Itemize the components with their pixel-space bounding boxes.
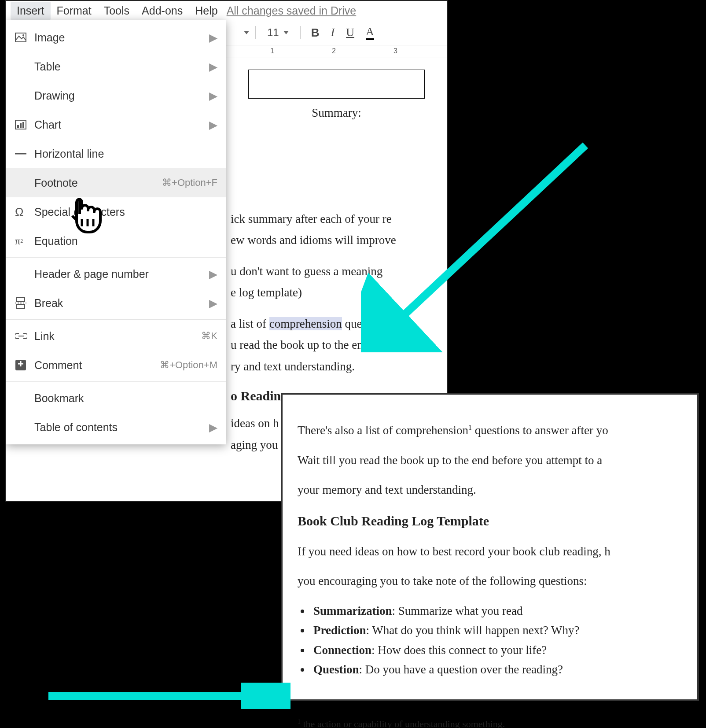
paragraph: If you need ideas on how to best record … (298, 543, 682, 561)
menu-separator (6, 381, 226, 382)
svg-rect-7 (17, 298, 25, 302)
svg-rect-4 (20, 123, 22, 128)
submenu-arrow-icon: ▶ (209, 89, 217, 102)
font-size-value: 11 (267, 26, 279, 39)
list-item: Summarization: Summarize what you read (311, 602, 682, 620)
paragraph: There's also a list of comprehension1 qu… (298, 421, 682, 440)
comment-icon (15, 359, 34, 371)
heading: Book Club Reading Log Template (298, 511, 682, 531)
menu-item-chart[interactable]: Chart▶ (6, 110, 226, 139)
menu-item-table-of-contents[interactable]: Table of contents▶ (6, 413, 226, 442)
menu-item-header-page-number[interactable]: Header & page number▶ (6, 259, 226, 288)
page-break-icon (15, 297, 34, 309)
paragraph: Wait till you read the book up to the en… (298, 451, 682, 469)
omega-icon: Ω (15, 205, 34, 219)
chart-icon (15, 120, 34, 129)
menu-separator (6, 257, 226, 258)
menu-bar: Insert Format Tools Add-ons Help All cha… (6, 1, 447, 20)
menu-tools[interactable]: Tools (98, 2, 136, 20)
ruler-mark: 1 (270, 47, 274, 55)
shortcut-label: ⌘K (201, 330, 217, 342)
horizontal-line-icon (15, 152, 34, 155)
svg-rect-8 (17, 304, 25, 308)
menu-item-break[interactable]: Break▶ (6, 288, 226, 318)
footnote-text: 1 the action or capability of understand… (298, 717, 682, 728)
list-item: Question: Do you have a question over th… (311, 661, 682, 679)
insert-dropdown: Image ▶ Table▶ Drawing▶ Chart▶ Horizonta… (6, 20, 226, 444)
menu-format[interactable]: Format (51, 2, 98, 20)
menu-item-bookmark[interactable]: Bookmark (6, 384, 226, 413)
menu-help[interactable]: Help (189, 2, 224, 20)
shortcut-label: ⌘+Option+M (160, 359, 217, 371)
submenu-arrow-icon: ▶ (209, 297, 217, 310)
font-size-control[interactable]: 11 (267, 26, 289, 39)
menu-addons[interactable]: Add-ons (136, 2, 189, 20)
menu-item-footnote[interactable]: Footnote ⌘+Option+F (6, 168, 226, 197)
list-item: Prediction: What do you think will happe… (311, 621, 682, 639)
submenu-arrow-icon: ▶ (209, 268, 217, 281)
annotation-arrow (44, 683, 290, 709)
menu-item-drawing[interactable]: Drawing▶ (6, 81, 226, 110)
text-color-button[interactable]: A (366, 25, 374, 40)
submenu-arrow-icon: ▶ (209, 421, 217, 434)
image-icon (15, 33, 34, 42)
svg-rect-5 (22, 122, 24, 128)
submenu-arrow-icon: ▶ (209, 31, 217, 44)
link-icon (15, 333, 34, 340)
footnote-separator (298, 714, 474, 715)
menu-separator (6, 319, 226, 320)
menu-item-special-characters[interactable]: Ω Special characters (6, 197, 226, 226)
ruler-mark: 3 (393, 47, 397, 55)
menu-item-equation[interactable]: π2 Equation (6, 226, 226, 255)
list-item: Connection: How does this connect to you… (311, 641, 682, 659)
menu-item-image[interactable]: Image ▶ (6, 23, 226, 52)
ruler-mark: 2 (332, 47, 336, 55)
bullet-list: Summarization: Summarize what you read P… (311, 602, 682, 679)
footnote-ref[interactable]: 1 (468, 424, 472, 431)
menu-item-comment[interactable]: Comment ⌘+Option+M (6, 351, 226, 380)
menu-insert[interactable]: Insert (11, 2, 51, 20)
svg-rect-3 (17, 125, 19, 128)
table-cell[interactable] (248, 70, 425, 99)
highlighted-word[interactable]: comprehension (269, 317, 342, 330)
save-status: All changes saved in Drive (227, 4, 357, 17)
submenu-arrow-icon: ▶ (209, 118, 217, 131)
italic-button[interactable]: I (331, 26, 335, 39)
dropdown-caret-icon[interactable] (244, 31, 249, 34)
menu-item-table[interactable]: Table▶ (6, 52, 226, 81)
svg-point-1 (22, 34, 24, 36)
submenu-arrow-icon: ▶ (209, 60, 217, 73)
shortcut-label: ⌘+Option+F (162, 177, 217, 188)
menu-item-link[interactable]: Link ⌘K (6, 322, 226, 351)
result-document: There's also a list of comprehension1 qu… (281, 393, 699, 701)
pointer-cursor-icon (66, 195, 105, 239)
bold-button[interactable]: B (311, 26, 320, 40)
pi-icon: π2 (15, 235, 34, 247)
menu-item-horizontal-line[interactable]: Horizontal line (6, 139, 226, 168)
paragraph: you encouraging you to take note of the … (298, 572, 682, 590)
dropdown-caret-icon (283, 31, 289, 34)
paragraph: your memory and text understanding. (298, 481, 682, 499)
underline-button[interactable]: U (346, 26, 354, 39)
summary-label: Summary: (231, 104, 442, 122)
